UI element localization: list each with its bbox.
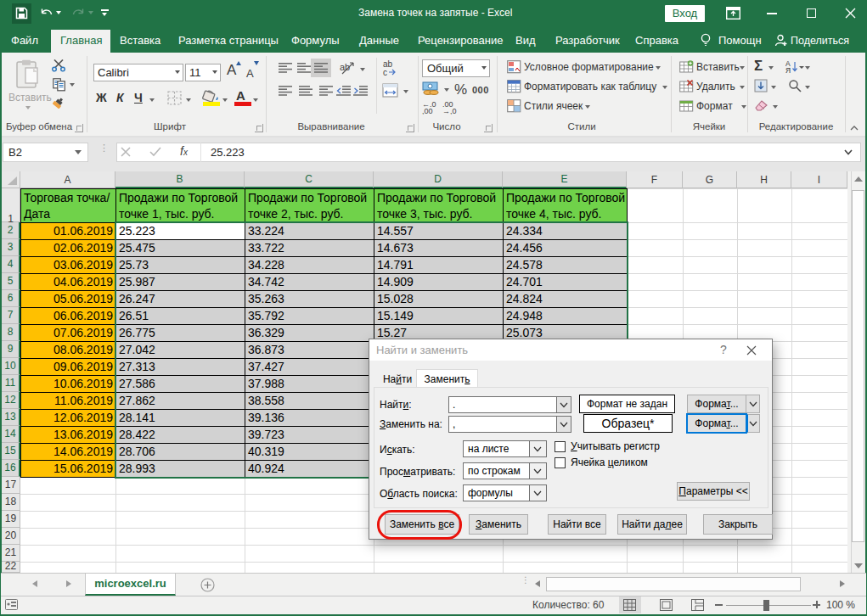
svg-text:c: c [383,68,387,76]
svg-text:Я: Я [785,66,791,74]
svg-text:,00: ,00 [422,107,433,115]
svg-text:→,0: →,0 [442,107,457,115]
